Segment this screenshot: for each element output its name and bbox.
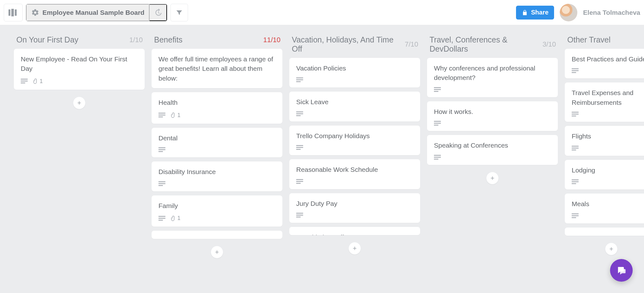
svg-rect-16	[158, 218, 165, 219]
card-title: We offer full time employees a range of …	[158, 54, 275, 83]
card-meta: 1	[158, 112, 275, 119]
add-card-button[interactable]	[605, 243, 618, 255]
boards-switch-button[interactable]	[4, 4, 23, 21]
card[interactable]: Meals	[565, 194, 644, 223]
description-icon	[158, 216, 165, 221]
card[interactable]: Best Practices and Guide	[565, 49, 644, 78]
card[interactable]: Unpaid Time Off	[289, 227, 420, 235]
filter-button[interactable]	[170, 4, 188, 21]
history-button[interactable]	[149, 4, 167, 21]
svg-rect-25	[296, 147, 303, 148]
card[interactable]: Lodging	[565, 160, 644, 189]
svg-rect-11	[158, 151, 163, 152]
svg-rect-12	[158, 181, 165, 182]
card-title: Sick Leave	[296, 97, 413, 107]
card[interactable]: Speaking at Conferences	[427, 135, 558, 165]
svg-rect-35	[434, 91, 438, 92]
card[interactable]: Family1	[152, 195, 282, 227]
svg-rect-21	[296, 111, 303, 112]
svg-rect-27	[296, 179, 303, 180]
add-card-button[interactable]	[211, 246, 223, 258]
share-button[interactable]: Share	[516, 6, 554, 20]
chat-fab[interactable]	[610, 259, 633, 282]
attachment-count: 1	[177, 215, 180, 222]
card[interactable]: Health1	[152, 92, 282, 123]
svg-rect-44	[572, 72, 576, 73]
header: Employee Manual Sample Board	[0, 0, 644, 25]
attachment-icon	[170, 215, 176, 222]
svg-rect-4	[21, 81, 28, 82]
card[interactable]: Vacation Policies	[289, 58, 420, 87]
attachment-icon	[170, 112, 176, 118]
card-title: Jury Duty Pay	[296, 199, 413, 208]
card[interactable]: Disability Insurance	[152, 161, 282, 191]
list-header[interactable]: Other Travel	[564, 33, 644, 48]
add-card-button[interactable]	[73, 97, 86, 109]
list-header[interactable]: Vacation, Holidays, And Time Off7/10	[289, 33, 421, 57]
description-icon	[434, 155, 441, 160]
description-icon	[158, 147, 165, 152]
board-name-button[interactable]: Employee Manual Sample Board	[26, 4, 149, 21]
svg-rect-15	[158, 216, 165, 217]
list-header[interactable]: On Your First Day1/10	[13, 33, 145, 48]
list-cards: Why conferences and professional develop…	[426, 57, 558, 166]
card[interactable]: Sick Leave	[289, 92, 420, 121]
list-count: 7/10	[405, 40, 418, 48]
card[interactable]: Reasonable Work Schedule	[289, 159, 420, 189]
svg-rect-41	[434, 159, 438, 160]
description-icon	[572, 112, 579, 117]
description-icon	[296, 213, 303, 218]
card-title: Trello Company Holidays	[296, 131, 413, 141]
card[interactable]: We offer full time employees a range of …	[152, 49, 282, 88]
description-icon	[21, 79, 28, 84]
share-label: Share	[531, 9, 549, 16]
list-title: Vacation, Holidays, And Time Off	[292, 35, 405, 54]
svg-rect-28	[296, 181, 303, 182]
board-canvas[interactable]: On Your First Day1/10New Employee - Read…	[0, 25, 644, 293]
add-card-row	[13, 90, 145, 109]
board-name-text: Employee Manual Sample Board	[42, 9, 144, 16]
svg-rect-39	[434, 155, 441, 156]
svg-rect-46	[572, 114, 579, 115]
card-title: Reasonable Work Schedule	[296, 165, 413, 174]
card-title: Vacation Policies	[296, 64, 413, 73]
card[interactable]: How it works.	[427, 101, 558, 131]
add-card-button[interactable]	[348, 242, 361, 255]
svg-rect-55	[572, 215, 579, 216]
card[interactable]: Travel Expenses and Reimbursements	[565, 82, 644, 122]
card-title: Unpaid Time Off	[296, 233, 413, 235]
card[interactable]: Dental	[152, 128, 282, 157]
card[interactable]: Flights	[565, 126, 644, 155]
svg-rect-45	[572, 112, 579, 113]
card-attachments: 1	[170, 112, 180, 119]
list-header[interactable]: Benefits11/10	[151, 33, 283, 48]
card[interactable]	[565, 228, 644, 236]
card[interactable]: Trello Company Holidays	[289, 126, 420, 155]
description-icon	[296, 145, 303, 150]
list-header[interactable]: Travel, Conferences & DevDollars3/10	[426, 33, 558, 57]
svg-rect-52	[572, 181, 579, 182]
card[interactable]: Why conferences and professional develop…	[427, 58, 558, 97]
list-cards: New Employee - Read On Your First Day1	[13, 48, 145, 90]
user-name[interactable]: Elena Tolmacheva	[583, 9, 640, 16]
description-icon	[572, 213, 579, 218]
description-icon	[434, 87, 441, 92]
card-meta	[296, 77, 413, 82]
card[interactable]: New Employee - Read On Your First Day1	[14, 49, 145, 90]
card[interactable]: Jury Duty Pay	[289, 193, 420, 223]
add-card-button[interactable]	[486, 172, 499, 184]
svg-rect-0	[8, 9, 10, 16]
svg-rect-40	[434, 157, 441, 158]
avatar[interactable]	[560, 4, 577, 21]
svg-rect-51	[572, 179, 579, 180]
card-meta	[296, 111, 413, 116]
svg-rect-31	[296, 215, 303, 216]
gear-icon	[31, 8, 39, 17]
svg-rect-6	[158, 113, 165, 114]
card-meta	[572, 146, 644, 151]
card[interactable]	[152, 231, 282, 239]
list-title: On Your First Day	[16, 35, 78, 44]
list-cards: Best Practices and GuideTravel Expenses …	[564, 48, 644, 236]
card-meta	[434, 121, 551, 126]
svg-rect-53	[572, 183, 576, 184]
